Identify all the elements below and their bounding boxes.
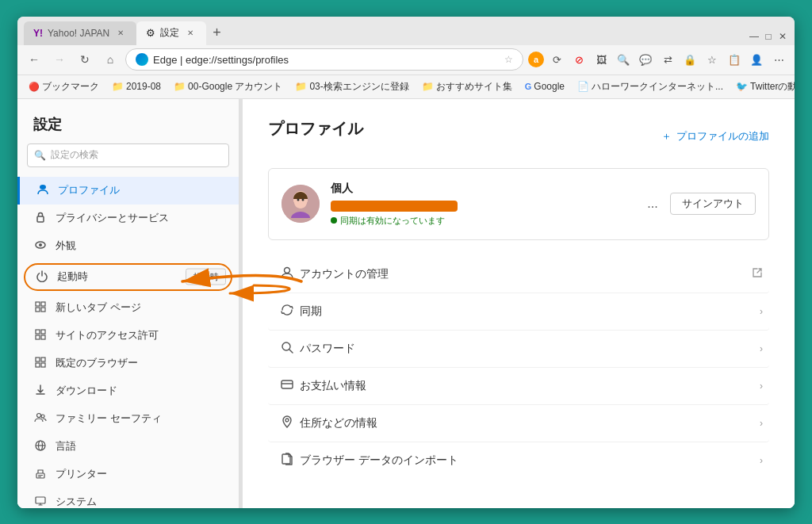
sidebar-item-appearance[interactable]: 外観: [17, 232, 239, 260]
browser-window: Y! Yahoo! JAPAN ✕ ⚙ 設定 ✕ + — □ ✕ ← → ↻ ⌂…: [17, 17, 795, 508]
sidebar-download-label: ダウンロード: [56, 384, 117, 398]
menu-item-password[interactable]: パスワード ›: [268, 331, 769, 368]
profile-more-button[interactable]: ...: [642, 193, 664, 215]
collections-icon[interactable]: 📋: [725, 50, 744, 69]
chat-icon[interactable]: 💬: [636, 50, 655, 69]
sidebar-item-siteaccess[interactable]: サイトのアクセス許可: [17, 322, 239, 350]
google-icon: G: [525, 82, 532, 91]
folder-icon-4: 📁: [422, 81, 434, 92]
settings-content: プロファイル ＋ プロファイルの追加: [243, 99, 795, 508]
block-icon[interactable]: ⊘: [569, 50, 588, 69]
star2-icon[interactable]: ☆: [703, 50, 722, 69]
bookmark-search-label: 03-検索エンジンに登録: [309, 80, 408, 94]
address-field[interactable]: Edge | edge://settings/profiles ☆: [125, 48, 523, 71]
import-menu-label: ブラウザー データのインポート: [300, 453, 760, 468]
forward-button[interactable]: →: [49, 49, 70, 70]
eye-sidebar-icon: [33, 239, 48, 254]
sidebar-item-system[interactable]: システム: [17, 488, 239, 508]
star-icon[interactable]: ☆: [504, 54, 513, 65]
svg-point-29: [285, 267, 290, 273]
account-menu-icon: [274, 266, 300, 283]
bookmark-item-google[interactable]: G Google: [520, 79, 569, 94]
tab-yahoo[interactable]: Y! Yahoo! JAPAN ✕: [24, 21, 136, 45]
startup-tooltip: 起動時: [186, 269, 226, 285]
bookmark-item-hellowork[interactable]: 📄 ハローワークインターネット...: [573, 78, 728, 95]
bookmark-twitter-label: Twitterの動画を保存...: [750, 80, 795, 94]
search-icon[interactable]: 🔍: [614, 50, 633, 69]
printer-sidebar-icon: [33, 467, 48, 482]
svg-rect-15: [41, 363, 45, 367]
bookmark-google-label: 00-Google アカウント: [188, 80, 282, 94]
bookmark-item-bookmarks[interactable]: 🔴 ブックマーク: [24, 78, 104, 95]
sidebar-item-privacy[interactable]: プライバシーとサービス: [17, 205, 239, 232]
tab-settings[interactable]: ⚙ 設定 ✕: [136, 21, 206, 45]
search-magnifier-icon: 🔍: [34, 150, 46, 161]
bookmark-item-search[interactable]: 📁 03-検索エンジンに登録: [290, 78, 413, 95]
add-profile-button[interactable]: ＋ プロファイルの追加: [661, 129, 769, 143]
tab-yahoo-close[interactable]: ✕: [114, 27, 127, 40]
password-menu-icon: [274, 340, 300, 358]
svg-point-3: [39, 243, 42, 247]
sidebar-siteaccess-label: サイトのアクセス許可: [56, 328, 159, 342]
close-button[interactable]: ✕: [777, 31, 788, 42]
folder-icon-2: 📁: [174, 81, 186, 92]
search-placeholder: 設定の検索: [51, 148, 98, 162]
profile-icon[interactable]: 👤: [747, 50, 766, 69]
menu-item-payment[interactable]: お支払い情報 ›: [268, 368, 769, 405]
sidebar-item-download[interactable]: ダウンロード: [17, 377, 239, 405]
svg-rect-12: [36, 358, 40, 361]
svg-rect-22: [38, 476, 41, 477]
bookmarks-bar: 🔴 ブックマーク 📁 2019-08 📁 00-Google アカウント 📁 0…: [17, 75, 795, 99]
new-tab-button[interactable]: +: [206, 21, 228, 45]
profile-card: 個人 同期は有効になっています ... サインアウト: [268, 168, 769, 240]
lock-icon[interactable]: 🔒: [680, 50, 699, 69]
amazon-icon[interactable]: a: [528, 52, 544, 67]
menu-item-sync[interactable]: 同期 ›: [268, 293, 769, 331]
profile-email-redacted: [331, 201, 458, 212]
svg-rect-23: [36, 497, 45, 503]
svg-point-28: [302, 199, 304, 201]
main-content: 設定 🔍 設定の検索 プロファイル プライバシーとサービス: [17, 99, 795, 508]
account-menu-label: アカウントの管理: [300, 267, 752, 281]
address-menu-icon: [274, 415, 300, 432]
settings-search-box[interactable]: 🔍 設定の検索: [27, 143, 229, 167]
refresh-button[interactable]: ↻: [75, 49, 95, 70]
sidebar-item-printer[interactable]: プリンター: [17, 461, 239, 488]
bookmark-item-recommended[interactable]: 📁 おすすめサイト集: [417, 78, 517, 95]
import-menu-icon: [274, 452, 300, 469]
sidebar-item-language[interactable]: 言語: [17, 433, 239, 461]
minimize-button[interactable]: —: [749, 31, 760, 42]
sidebar-item-family[interactable]: ファミリー セーフティ: [17, 405, 239, 433]
address-menu-label: 住所などの情報: [300, 416, 760, 430]
sidebar-item-browser[interactable]: 既定のブラウザー: [17, 350, 239, 377]
password-chevron-icon: ›: [760, 343, 763, 354]
siteaccess-sidebar-icon: [33, 328, 48, 343]
home-button[interactable]: ⌂: [100, 49, 121, 70]
share-icon[interactable]: ⇄: [658, 50, 677, 69]
menu-item-account[interactable]: アカウントの管理: [268, 256, 769, 293]
address-icons: a ⟳ ⊘ 🖼 🔍 💬 ⇄ 🔒 ☆ 📋 👤 ⋯: [528, 50, 788, 69]
bookmark-item-twitter[interactable]: 🐦 Twitterの動画を保存...: [731, 78, 795, 95]
menu-item-import[interactable]: ブラウザー データのインポート ›: [268, 442, 769, 479]
sidebar: 設定 🔍 設定の検索 プロファイル プライバシーとサービス: [17, 99, 239, 508]
bookmark-recommended-label: おすすめサイト集: [436, 80, 512, 94]
refresh-icon[interactable]: ⟳: [547, 50, 566, 69]
sidebar-item-newtab[interactable]: 新しいタブ ページ: [17, 294, 239, 322]
menu-item-address[interactable]: 住所などの情報 ›: [268, 405, 769, 442]
more-icon[interactable]: ⋯: [769, 50, 788, 69]
sidebar-browser-label: 既定のブラウザー: [56, 356, 138, 370]
svg-rect-9: [41, 330, 45, 334]
bookmark-hellowork-label: ハローワークインターネット...: [592, 80, 723, 94]
bookmark-item-google-account[interactable]: 📁 00-Google アカウント: [169, 78, 287, 95]
tab-settings-close[interactable]: ✕: [184, 27, 197, 40]
maximize-button[interactable]: □: [763, 31, 774, 42]
back-button[interactable]: ←: [24, 49, 44, 70]
sidebar-item-profile[interactable]: プロファイル: [17, 177, 239, 205]
tab-yahoo-label: Yahoo! JAPAN: [48, 28, 109, 39]
system-sidebar-icon: [33, 495, 48, 508]
image-icon[interactable]: 🖼: [592, 50, 611, 69]
profile-name: 個人: [331, 182, 630, 196]
bookmark-item-2019[interactable]: 📁 2019-08: [107, 79, 166, 94]
lock-sidebar-icon: [33, 211, 48, 226]
signout-button[interactable]: サインアウト: [670, 193, 756, 215]
